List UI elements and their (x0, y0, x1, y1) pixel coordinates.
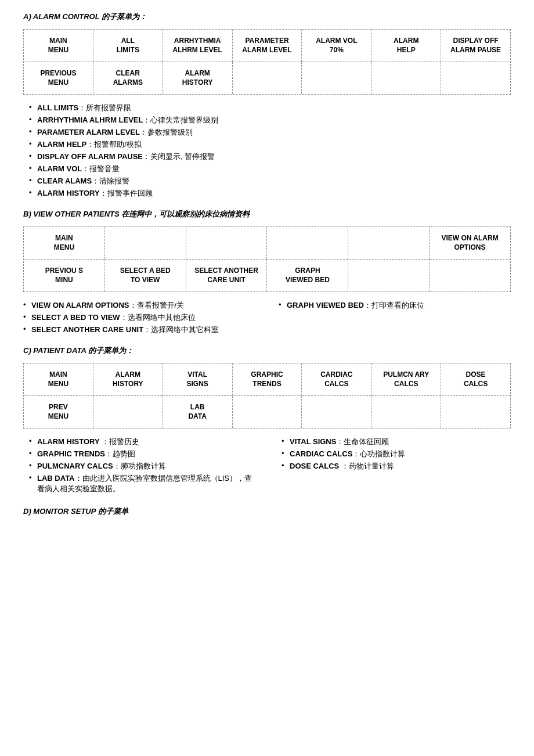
menu-c-row-1: MAINMENU ALARMHISTORY VITALSIGNS GRAPHIC… (24, 363, 510, 396)
bullet-c-alarm-history: ALARM HISTORY ：报警历史 (29, 437, 258, 447)
menu-c-row-2: PREVMENU LABDATA (24, 396, 510, 428)
cell-label: ALARMHELP (394, 37, 418, 55)
cell-label: SELECT ANOTHERCARE UNIT (194, 267, 258, 285)
cell-c-empty-5 (441, 396, 510, 428)
bullet-c-pulmcnary: PULMCNARY CALCS：肺功指数计算 (29, 461, 258, 471)
cell-label: ARRHYTHMIAALHRM LEVEL (172, 37, 222, 55)
cell-cardiac-calcs[interactable]: CARDIACCALCS (302, 363, 371, 395)
section-a: A) ALARM CONTROL 的子菜单为： MAINMENU ALLLIMI… (23, 12, 511, 199)
cell-label: MAINMENU (54, 234, 74, 252)
cell-alarm-help[interactable]: ALARMHELP (371, 30, 441, 62)
cell-b-empty-2 (186, 227, 268, 259)
cell-display-off[interactable]: DISPLAY OFFALARM PAUSE (441, 30, 510, 62)
section-a-bullets: ALL LIMITS：所有报警界限 ARRHYTHMIA ALHRM LEVEL… (23, 103, 511, 199)
cell-graph-viewed-bed[interactable]: GRAPHVIEWED BED (267, 260, 348, 291)
cell-label: VIEW ON ALARMOPTIONS (441, 234, 498, 252)
bullets-right-list: VITAL SIGNS：生命体征回顾 CARDIAC CALCS：心功指数计算 … (276, 437, 511, 471)
cell-c-empty-1 (93, 396, 163, 428)
bullet-select-bed: SELECT A BED TO VIEW：选看网络中其他床位 (23, 312, 511, 323)
cell-view-on-alarm[interactable]: VIEW ON ALARMOPTIONS (430, 227, 510, 259)
cell-empty-3 (371, 62, 441, 94)
section-c-bullets: ALARM HISTORY ：报警历史 GRAPHIC TRENDS：趋势图 P… (23, 437, 511, 496)
cell-b-empty-3 (267, 227, 348, 259)
menu-b-row-1: MAINMENU VIEW ON ALARMOPTIONS (24, 227, 510, 260)
cell-lab-data[interactable]: LABDATA (163, 396, 233, 428)
bullet-c-lab-data: LAB DATA：由此进入医院实验室数据信息管理系统（LIS），查看病人相关实验… (29, 473, 258, 494)
cell-label: ALARM VOL70% (316, 37, 357, 55)
cell-label: GRAPHVIEWED BED (286, 267, 330, 285)
cell-select-bed[interactable]: SELECT A BEDTO VIEW (105, 260, 186, 291)
section-b: B) VIEW OTHER PATIENTS 在连网中，可以观察别的床位病情资料… (23, 209, 511, 335)
cell-previous-minu[interactable]: PREVIOU SMINU (24, 260, 105, 291)
cell-label: DOSECALCS (464, 370, 488, 388)
bullets-left: ALARM HISTORY ：报警历史 GRAPHIC TRENDS：趋势图 P… (23, 437, 258, 496)
menu-row-1: MAINMENU ALLLIMITS ARRHYTHMIAALHRM LEVEL… (24, 30, 510, 62)
section-c-title: C) PATIENT DATA 的子菜单为： (23, 345, 511, 356)
bullet-c-vital-signs: VITAL SIGNS：生命体征回顾 (282, 437, 511, 447)
cell-alarm-vol[interactable]: ALARM VOL70% (302, 30, 371, 62)
cell-select-care-unit[interactable]: SELECT ANOTHERCARE UNIT (186, 260, 268, 291)
cell-label: MAINMENU (48, 37, 68, 55)
cell-label: ALARMHISTORY (113, 370, 143, 388)
cell-empty-4 (441, 62, 510, 94)
cell-arrhythmia[interactable]: ARRHYTHMIAALHRM LEVEL (163, 30, 233, 62)
bullet-alarm-vol: ALARM VOL：报警音量 (29, 164, 511, 174)
section-b-bullets: VIEW ON ALARM OPTIONS：查看报警开/关 GRAPH VIEW… (23, 300, 511, 335)
bullet-c-cardiac: CARDIAC CALCS：心功指数计算 (282, 449, 511, 459)
cell-b-empty-4 (348, 227, 430, 259)
cell-b-empty-5 (348, 260, 430, 291)
bullet-view-on-alarm: VIEW ON ALARM OPTIONS：查看报警开/关 (23, 300, 255, 311)
bullet-all-limits: ALL LIMITS：所有报警界限 (29, 103, 511, 113)
cell-pulmcnary-calcs[interactable]: PULMCN ARYCALCS (371, 363, 441, 395)
cell-label: PREVMENU (48, 403, 68, 421)
cell-c-empty-4 (371, 396, 441, 428)
bullet-clear-alams: CLEAR ALAMS：清除报警 (29, 176, 511, 186)
cell-b-empty-1 (105, 227, 186, 259)
cell-label: CARDIACCALCS (320, 370, 352, 388)
cell-previous-menu[interactable]: PREVIOUSMENU (24, 62, 93, 94)
cell-all-limits[interactable]: ALLLIMITS (93, 30, 163, 62)
cell-graphic-trends[interactable]: GRAPHICTRENDS (233, 363, 302, 395)
cell-label: MAINMENU (48, 370, 68, 388)
section-a-title: A) ALARM CONTROL 的子菜单为： (23, 12, 511, 22)
cell-main-menu[interactable]: MAINMENU (24, 30, 93, 62)
cell-label: PARAMETERALARM LEVEL (242, 37, 291, 55)
section-d-title: D) MONITOR SETUP 的子菜单 (23, 506, 511, 517)
cell-label: ALARMHISTORY (182, 69, 213, 87)
cell-empty-1 (233, 62, 302, 94)
bullet-select-care: SELECT ANOTHER CARE UNIT：选择网络中其它科室 (23, 325, 511, 335)
bullets-right: VITAL SIGNS：生命体征回顾 CARDIAC CALCS：心功指数计算 … (276, 437, 511, 496)
cell-label: LABDATA (188, 403, 207, 421)
menu-b-row-2: PREVIOU SMINU SELECT A BEDTO VIEW SELECT… (24, 260, 510, 291)
cell-label: PREVIOUSMENU (40, 69, 76, 87)
section-c-menu: MAINMENU ALARMHISTORY VITALSIGNS GRAPHIC… (23, 363, 511, 429)
section-d: D) MONITOR SETUP 的子菜单 (23, 506, 511, 517)
cell-dose-calcs[interactable]: DOSECALCS (441, 363, 510, 395)
bullets-left-list: ALARM HISTORY ：报警历史 GRAPHIC TRENDS：趋势图 P… (23, 437, 258, 494)
cell-prev-menu[interactable]: PREVMENU (24, 396, 93, 428)
cell-c-main-menu[interactable]: MAINMENU (24, 363, 93, 395)
section-b-menu: MAINMENU VIEW ON ALARMOPTIONS PREVIOU SM… (23, 226, 511, 292)
cell-parameter-alarm[interactable]: PARAMETERALARM LEVEL (233, 30, 302, 62)
cell-c-alarm-history[interactable]: ALARMHISTORY (93, 363, 163, 395)
cell-label: GRAPHICTRENDS (251, 370, 283, 388)
bullet-graph-viewed: GRAPH VIEWED BED：打印查看的床位 (279, 300, 511, 311)
section-c: C) PATIENT DATA 的子菜单为： MAINMENU ALARMHIS… (23, 345, 511, 496)
cell-clear-alarms[interactable]: CLEARALARMS (93, 62, 163, 94)
section-b-title: B) VIEW OTHER PATIENTS 在连网中，可以观察别的床位病情资料 (23, 209, 511, 219)
cell-label: VITALSIGNS (186, 370, 208, 388)
bullet-c-graphic-trends: GRAPHIC TRENDS：趋势图 (29, 449, 258, 459)
cell-b-empty-6 (430, 260, 510, 291)
cell-b-main-menu[interactable]: MAINMENU (24, 227, 105, 259)
bullet-arrhythmia: ARRHYTHMIA ALHRM LEVEL：心律失常报警界级别 (29, 115, 511, 125)
bullet-c-dose: DOSE CALCS ：药物计量计算 (282, 461, 511, 471)
cell-empty-2 (302, 62, 371, 94)
bullet-display-off: DISPLAY OFF ALARM PAUSE：关闭显示, 暂停报警 (29, 152, 511, 162)
section-a-menu: MAINMENU ALLLIMITS ARRHYTHMIAALHRM LEVEL… (23, 29, 511, 95)
cell-alarm-history[interactable]: ALARMHISTORY (163, 62, 233, 94)
bullet-alarm-history: ALARM HISTORY：报警事件回顾 (29, 188, 511, 199)
cell-label: PULMCN ARYCALCS (383, 370, 429, 388)
cell-c-empty-3 (302, 396, 371, 428)
cell-vital-signs[interactable]: VITALSIGNS (163, 363, 233, 395)
bullet-alarm-help: ALARM HELP：报警帮助/模拟 (29, 139, 511, 150)
